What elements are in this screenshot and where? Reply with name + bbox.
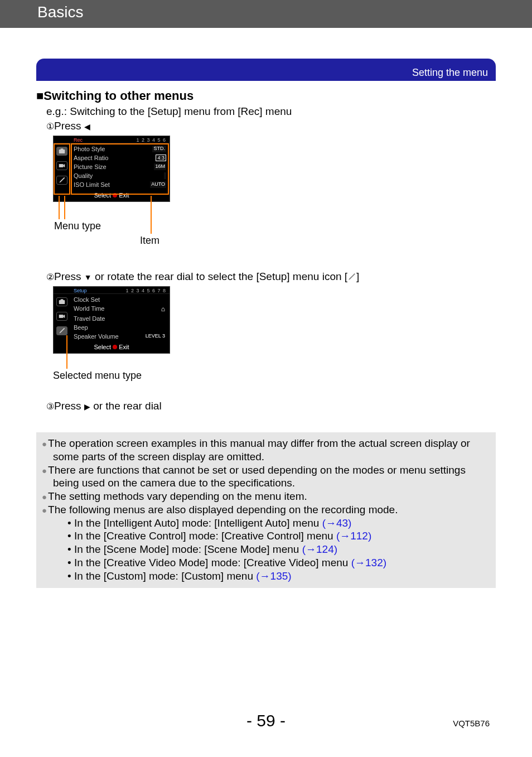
rec-dot-icon (113, 345, 117, 349)
down-arrow-icon (84, 271, 92, 282)
square-marker: ■ (36, 89, 43, 103)
highlight-menu-items (71, 143, 169, 195)
setup-tab-icon (56, 326, 67, 335)
page-link[interactable]: (→132) (351, 557, 386, 568)
menu-tab-label: Rec (74, 137, 83, 143)
page-footer: - 59 - VQT5B76 (0, 711, 532, 730)
chapter-title: Basics (37, 3, 83, 21)
page-link[interactable]: (→112) (336, 530, 371, 542)
list-item: World Time⌂ (70, 304, 170, 314)
screenshot-1: Rec 1 2 3 4 5 6 Photo StyleSTD. Aspect R… (53, 136, 170, 253)
step-3: ③Press or the rear dial (46, 400, 496, 412)
camera-footer: Select Exit (54, 342, 170, 353)
section-title-text: Switching to other menus (43, 89, 194, 103)
step-3-text-b: or the rear dial (90, 400, 162, 412)
bullet-icon: ● (42, 492, 47, 502)
callout-menu-type: Menu type (54, 220, 101, 232)
section-banner: Setting the menu (36, 59, 496, 81)
camera-ui-2: Setup 1 2 3 4 5 6 7 8 Clock Set World Ti… (53, 286, 170, 354)
step-2-num: ② (46, 272, 54, 282)
page-indicator: 1 2 3 4 5 6 7 8 (125, 288, 166, 293)
page-number: - 59 - (246, 711, 286, 730)
highlight-menu-tabs (54, 143, 70, 195)
callout-line (59, 196, 60, 219)
example-text: e.g.: Switching to the [Setup] menu from… (46, 105, 496, 118)
sub-note-list: • In the [Intelligent Auto] mode: [Intel… (67, 517, 490, 583)
list-item: Beep (70, 323, 170, 332)
callout-selected-menu: Selected menu type (53, 370, 142, 382)
sub-note-item: • In the [Intelligent Auto] mode: [Intel… (67, 517, 490, 530)
note-item: ●There are functions that cannot be set … (42, 464, 490, 490)
step-3-num: ③ (46, 402, 54, 411)
page-link[interactable]: (→124) (302, 543, 337, 555)
notes-box: ●The operation screen examples in this m… (36, 432, 496, 588)
wrench-icon (347, 272, 356, 281)
menu-list: Clock Set World Time⌂ Travel Date Beep S… (70, 294, 170, 342)
note-item: ●The following menus are also displayed … (42, 503, 490, 517)
step-2-text-b: or rotate the rear dial to select the [S… (92, 271, 347, 282)
sub-note-item: • In the [Creative Control] mode: [Creat… (67, 529, 490, 543)
sub-note-item: • In the [Custom] mode: [Custom] menu (→… (67, 570, 490, 583)
step-2: ②Press or rotate the rear dial to select… (46, 271, 496, 283)
right-arrow-icon (84, 400, 90, 412)
rec-tab-icon (56, 297, 67, 306)
list-item: Clock Set (70, 295, 170, 304)
step-2-text-c: ] (356, 271, 359, 282)
page-indicator: 1 2 3 4 5 6 (136, 137, 166, 143)
sub-note-item: • In the [Scene Mode] mode: [Scene Mode]… (67, 543, 490, 556)
menu-tabs (54, 294, 70, 342)
callout-line (64, 196, 65, 219)
svg-rect-3 (59, 300, 65, 304)
callout-line (66, 335, 67, 369)
callout-line (151, 196, 152, 234)
note-item: ●The operation screen examples in this m… (42, 437, 490, 464)
document-id: VQT5B76 (453, 719, 490, 728)
step-1-num: ① (46, 122, 54, 131)
bullet-icon: ● (42, 439, 47, 449)
step-3-text-a: Press (54, 400, 84, 412)
callout-item: Item (140, 235, 159, 247)
note-item: ●The setting methods vary depending on t… (42, 490, 490, 503)
section-title: ■Switching to other menus (36, 89, 496, 103)
step-2-text-a: Press (54, 271, 84, 282)
screenshot-2: Setup 1 2 3 4 5 6 7 8 Clock Set World Ti… (53, 286, 170, 391)
video-tab-icon (56, 312, 67, 321)
banner-label: Setting the menu (412, 67, 488, 79)
page-link[interactable]: (→135) (256, 570, 291, 582)
list-item: Travel Date (70, 314, 170, 323)
sub-note-item: • In the [Creative Video Mode] mode: [Cr… (67, 556, 490, 570)
bullet-icon: ● (42, 466, 47, 475)
step-1: ①Press (46, 120, 496, 132)
bullet-icon: ● (42, 505, 47, 515)
svg-rect-5 (59, 315, 64, 318)
menu-tab-label: Setup (74, 288, 87, 293)
page-link[interactable]: (→43) (322, 517, 352, 529)
list-item: Speaker VolumeLEVEL 3 (70, 332, 170, 341)
step-1-text: Press (54, 120, 84, 132)
svg-rect-4 (61, 299, 64, 300)
chapter-header: Basics (0, 0, 532, 28)
left-arrow-icon (84, 120, 90, 132)
